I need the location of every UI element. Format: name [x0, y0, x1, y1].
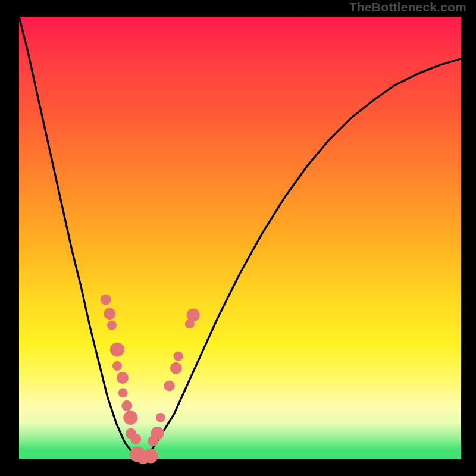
- data-marker: [187, 309, 200, 322]
- bottleneck-curve-chart: [0, 0, 476, 476]
- data-marker: [104, 308, 115, 320]
- data-marker: [110, 343, 124, 357]
- data-marker: [174, 352, 183, 361]
- data-marker: [117, 372, 129, 384]
- data-marker: [112, 361, 122, 371]
- data-marker: [123, 411, 137, 425]
- data-marker: [118, 388, 128, 397]
- data-marker: [130, 434, 141, 444]
- bottleneck-curve: [19, 17, 461, 459]
- data-marker: [151, 427, 164, 440]
- data-marker: [164, 380, 175, 391]
- marker-group: [101, 295, 200, 465]
- data-marker: [101, 295, 111, 305]
- data-marker: [121, 400, 132, 411]
- data-marker: [143, 449, 158, 464]
- data-marker: [170, 362, 182, 374]
- data-marker: [107, 321, 117, 330]
- data-marker: [156, 413, 165, 422]
